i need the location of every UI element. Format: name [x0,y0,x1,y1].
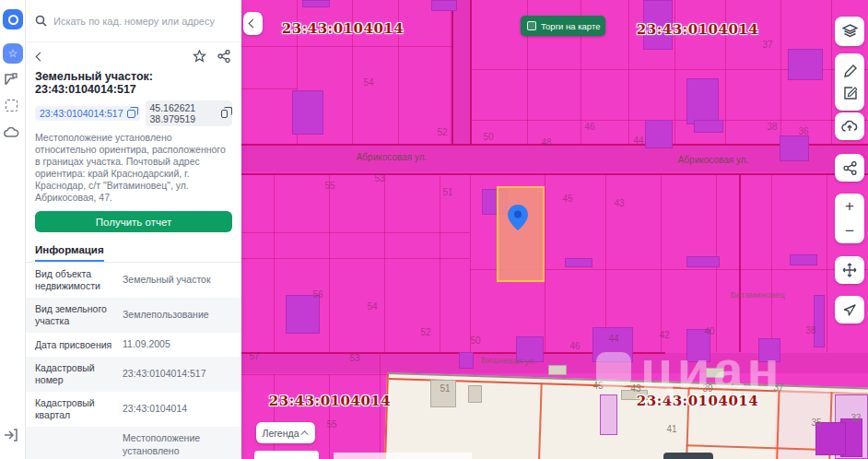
quarter-label: 23:43:0104014 [637,393,758,409]
pan-button[interactable] [835,256,864,284]
location-pin-icon [508,205,528,230]
parcel-number: 53 [374,173,384,183]
parcel-number: 54 [363,77,373,88]
table-row-address: Адрес Местоположение установлено относит… [26,427,241,459]
legend-button[interactable]: Легенда [256,422,315,443]
quarter-label: 23:43:0104014 [637,21,758,38]
cadastral-number-link[interactable]: 23:43:0104014:517 [40,108,123,119]
parcel-number: 57 [249,351,259,361]
street-label: Абрикосовая ул. [357,152,428,162]
basemap-switcher[interactable] [663,453,713,459]
app-logo[interactable] [3,9,23,29]
row-label: Кадастровый номер [35,362,123,386]
row-label: Вид объекта недвижимости [35,268,123,292]
chips-row: 23:43:0104014:517 45.162621 38.979519 [35,100,232,126]
favorite-star-icon[interactable] [193,50,206,63]
collapse-panel-button[interactable] [243,12,263,35]
coordinates-chip[interactable]: 45.162621 38.979519 [146,100,232,126]
row-label: Вид земельного участка [35,303,123,327]
search-bar [26,0,241,42]
layers-button[interactable] [835,17,864,46]
get-report-button[interactable]: Получить отчет [35,211,232,232]
parcel-number: 46 [584,122,594,132]
object-info-panel: Земельный участок: 23:43:0104014:517 23:… [26,0,241,459]
torgi-toggle-button[interactable]: Торги на карте [521,16,605,36]
parcel-number: 40 [704,326,714,336]
draw-edit-button-group[interactable] [835,53,864,111]
parcel-number: 37 [773,382,783,393]
parcel-number: 43 [630,383,640,394]
tab-information[interactable]: Информация [35,244,104,262]
map-canvas[interactable]: 23:43:0104014 23:43:0104014 23:43:010401… [241,0,868,459]
parcel-number: 38 [805,325,815,335]
copy-icon[interactable] [127,110,135,118]
cadastral-number-chip[interactable]: 23:43:0104014:517 [35,106,140,121]
row-label: Кадастровый квартал [35,397,123,421]
left-icon-rail: ☆ [0,0,26,459]
row-value: Местоположение установлено относительно … [123,432,204,459]
cloud-icon[interactable] [4,127,19,138]
favorites-button[interactable]: ☆ [3,43,23,64]
parcel-number: 53 [349,353,359,363]
parcel-number: 41 [666,424,676,434]
parcel-number: 46 [569,341,580,351]
my-location-button[interactable] [835,296,864,324]
parcel-number: 42 [659,330,669,340]
parcel-number: 45 [562,194,572,204]
parcel-number: 51 [440,383,450,394]
logo-glyph [8,15,18,25]
copy-icon[interactable] [221,110,228,118]
tab-bar: Информация [26,241,241,263]
move-icon [842,263,857,277]
zoom-out-button[interactable]: − [845,223,854,239]
parcel-number: 45 [592,381,603,391]
street-label: Вишневая ул. [481,355,537,367]
table-row: Кадастровый квартал 23:43:0104014 [26,392,241,427]
parcel-number: 35 [811,418,821,428]
parcel-number: 56 [312,289,323,300]
table-row: Вид земельного участка Землепользование [26,298,241,333]
parcel-number: 50 [470,335,480,346]
parcel-number: 48 [541,137,551,147]
parcel-number: 43 [614,198,624,208]
zoom-in-button[interactable]: + [845,198,854,214]
parcel-number: 37 [762,40,772,50]
chevron-left-icon [249,19,258,29]
share-icon[interactable] [217,50,230,63]
street-label: Абрикосовая ул. [678,155,749,165]
area-measure-icon[interactable] [4,73,18,86]
parcel-number: 44 [608,334,618,344]
place-label: Витаминовец [730,289,784,300]
pencil-icon[interactable] [843,65,857,78]
table-row: Вид объекта недвижимости Земельный участ… [26,263,241,298]
checkbox-icon [527,21,536,30]
navigation-arrow-icon [843,303,857,317]
parcel-number: 36 [798,126,808,136]
share-map-button[interactable] [835,154,864,182]
parcel-number: 38 [767,122,777,132]
back-chevron-icon[interactable] [36,52,45,61]
chevron-up-icon [301,430,309,438]
parcel-number: 54 [367,301,377,312]
upload-button[interactable] [835,112,864,140]
legend-label: Легенда [263,428,299,439]
panel-header [26,48,241,65]
search-input[interactable] [53,16,232,27]
parcel-number: 50 [483,132,493,142]
share-icon [843,161,857,175]
layers-icon [842,24,858,39]
parcel-number: 52 [420,327,430,337]
parcel-number: 52 [437,127,447,137]
parcel-number: 33 [850,413,861,423]
row-value: 11.09.2005 [123,338,232,351]
edit-note-icon[interactable] [843,86,857,100]
row-value: Земельный участок [123,274,232,287]
cadastral-map-app: ☆ Земельный участок: 23:43:0104014:517 2… [0,0,868,459]
select-area-icon[interactable] [6,100,18,112]
quarter-label: 23:43:0104014 [269,393,391,409]
login-icon[interactable] [4,429,18,441]
quarter-label: 23:43:0104014 [282,20,404,37]
row-value: 23:43:0104014:517 [123,368,232,381]
parcel-number: 55 [326,419,336,430]
row-value: 23:43:0104014 [123,403,232,416]
